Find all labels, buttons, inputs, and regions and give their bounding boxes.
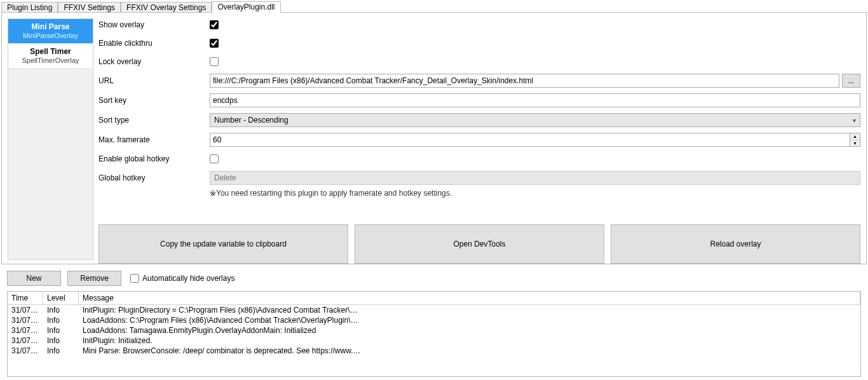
- tab-overlayplugin-dll[interactable]: OverlayPlugin.dll: [212, 1, 280, 13]
- lower-panel: New Remove Automatically hide overlays T…: [1, 264, 867, 377]
- sort-key-input[interactable]: [210, 93, 860, 107]
- auto-hide-label: Automatically hide overlays: [142, 274, 234, 283]
- log-cell-level: Info: [43, 326, 79, 335]
- log-cell-level: Info: [43, 316, 79, 325]
- overlay-item-title: Spell Timer: [10, 47, 92, 56]
- lock-overlay-checkbox[interactable]: [210, 57, 219, 66]
- global-hotkey-field: Delete: [210, 171, 860, 185]
- log-row[interactable]: 31/07/2... Info LoadAddons: Tamagawa.Enm…: [8, 325, 860, 336]
- tab-panel: Mini Parse MiniParseOverlay Spell Timer …: [1, 12, 867, 264]
- log-row[interactable]: 31/07/2... Info LoadAddons: C:\Program F…: [8, 315, 860, 325]
- log-cell-level: Info: [43, 346, 79, 355]
- log-row[interactable]: 31/07/2... Info InitPlugin: Initialized.: [8, 336, 860, 346]
- log-cell-message: LoadAddons: C:\Program Files (x86)\Advan…: [79, 316, 365, 325]
- sort-type-label: Sort type: [98, 116, 210, 125]
- log-cell-message: Mini Parse: BrowserConsole: /deep/ combi…: [79, 346, 365, 355]
- sort-key-label: Sort key: [98, 96, 210, 105]
- action-buttons: Copy the update variable to clipboard Op…: [98, 224, 860, 264]
- url-label: URL: [98, 76, 210, 85]
- framerate-stepper: ▲ ▼: [850, 133, 860, 147]
- reload-overlay-button[interactable]: Reload overlay: [611, 224, 860, 264]
- log-cell-time: 31/07/2...: [8, 326, 43, 335]
- lock-overlay-label: Lock overlay: [98, 57, 210, 66]
- settings-form: Show overlay Enable clickthru Lock overl…: [98, 18, 860, 198]
- global-hotkey-label: Global hotkey: [98, 173, 210, 182]
- sort-type-value: Number - Descending: [214, 116, 288, 125]
- tab-ffxiv-settings[interactable]: FFXIV Settings: [58, 2, 121, 13]
- sort-type-dropdown[interactable]: Number - Descending ▾: [210, 113, 860, 127]
- log-header: Time Level Message: [8, 292, 860, 305]
- auto-hide-container: Automatically hide overlays: [130, 274, 234, 283]
- log-cell-time: 31/07/2...: [8, 336, 43, 345]
- log-cell-level: Info: [43, 306, 79, 315]
- enable-clickthru-label: Enable clickthru: [98, 39, 210, 48]
- tab-ffxiv-overlay-settings[interactable]: FFXIV Overlay Settings: [121, 2, 212, 13]
- log-row[interactable]: 31/07/2... Info InitPlugin: PluginDirect…: [8, 305, 860, 315]
- url-browse-button[interactable]: ...: [842, 74, 860, 88]
- log-cell-message: LoadAddons: Tamagawa.EnmityPlugin.Overla…: [79, 326, 365, 335]
- log-panel: Time Level Message 31/07/2... Info InitP…: [7, 291, 861, 377]
- log-header-time[interactable]: Time: [8, 292, 43, 304]
- tab-plugin-listing[interactable]: Plugin Listing: [1, 2, 58, 13]
- tab-bar: Plugin Listing FFXIV Settings FFXIV Over…: [0, 0, 868, 12]
- stepper-down-icon[interactable]: ▼: [850, 140, 860, 147]
- new-button[interactable]: New: [7, 271, 61, 286]
- overlay-item-mini-parse[interactable]: Mini Parse MiniParseOverlay: [8, 19, 93, 44]
- log-row[interactable]: 31/07/2... Info Mini Parse: BrowserConso…: [8, 346, 860, 356]
- open-devtools-button[interactable]: Open DevTools: [355, 224, 604, 264]
- overlay-item-spell-timer[interactable]: Spell Timer SpellTimerOverlay: [8, 44, 93, 69]
- max-framerate-input[interactable]: [210, 133, 850, 147]
- chevron-down-icon: ▾: [853, 117, 856, 124]
- show-overlay-label: Show overlay: [98, 20, 210, 29]
- log-cell-time: 31/07/2...: [8, 346, 43, 355]
- show-overlay-checkbox[interactable]: [210, 20, 219, 29]
- enable-clickthru-checkbox[interactable]: [210, 39, 219, 48]
- log-header-level[interactable]: Level: [43, 292, 79, 304]
- overlay-item-subtitle: SpellTimerOverlay: [10, 57, 92, 64]
- remove-button[interactable]: Remove: [67, 271, 121, 286]
- overlay-list: Mini Parse MiniParseOverlay Spell Timer …: [8, 18, 93, 260]
- log-rows: 31/07/2... Info InitPlugin: PluginDirect…: [8, 305, 860, 356]
- log-cell-message: InitPlugin: PluginDirectory = C:\Program…: [79, 306, 365, 315]
- overlay-item-subtitle: MiniParseOverlay: [10, 32, 92, 39]
- log-cell-message: InitPlugin: Initialized.: [79, 336, 365, 345]
- stepper-up-icon[interactable]: ▲: [850, 133, 860, 140]
- restart-note: ※You need restarting this plugin to appl…: [98, 189, 860, 198]
- enable-global-hotkey-label: Enable global hotkey: [98, 154, 210, 163]
- max-framerate-label: Max. framerate: [98, 135, 210, 144]
- list-controls: New Remove Automatically hide overlays: [1, 271, 867, 286]
- copy-variable-button[interactable]: Copy the update variable to clipboard: [98, 224, 348, 264]
- log-cell-time: 31/07/2...: [8, 306, 43, 315]
- log-header-message[interactable]: Message: [79, 292, 860, 304]
- auto-hide-checkbox[interactable]: [130, 274, 139, 283]
- log-cell-level: Info: [43, 336, 79, 345]
- log-cell-time: 31/07/2...: [8, 316, 43, 325]
- overlay-item-title: Mini Parse: [10, 22, 92, 31]
- url-input[interactable]: [210, 74, 839, 88]
- enable-global-hotkey-checkbox[interactable]: [210, 154, 219, 163]
